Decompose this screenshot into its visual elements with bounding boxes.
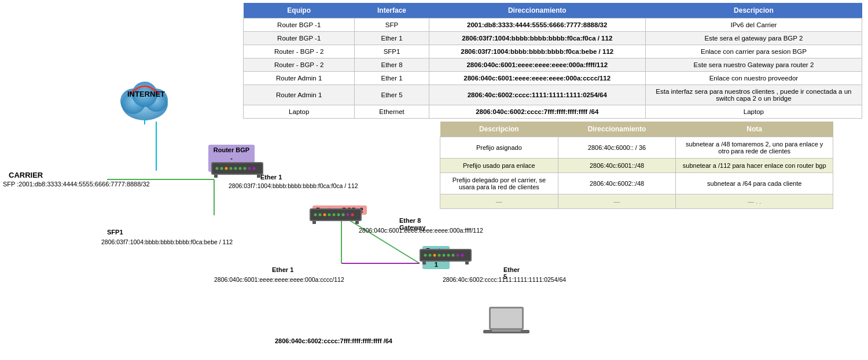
svg-rect-53	[491, 308, 522, 328]
svg-point-45	[443, 254, 446, 257]
cell-direccionamiento-4: 2806:040c:6001:eeee:eeee:eeee:000a:cccc/…	[429, 72, 645, 85]
svg-rect-50	[422, 262, 426, 265]
cell-descripcion-2: Enlace con carrier para sesion BGP	[645, 45, 862, 58]
cell-descripcion-6: Laptop	[645, 105, 862, 119]
cell-direccionamiento-5: 2806:40c:6002:cccc:1111:1111:1111:0254/6…	[429, 85, 645, 105]
sub-table: Descripcion Direccionamiento Nota Prefij…	[440, 122, 833, 209]
sub-table-row: ——— . .	[440, 194, 833, 209]
router-admin1-icon	[420, 246, 472, 266]
sub-table-section: Descripcion Direccionamiento Nota Prefij…	[440, 122, 833, 209]
col-header-desc: Descripcion	[645, 3, 862, 19]
diagram-section: INTERNET CARRIER SFP :2001:db8:3333:4444…	[0, 0, 440, 360]
sub-cell-desc-1: Prefijo usado para enlace	[440, 159, 558, 173]
cell-descripcion-5: Esta interfaz sera para nuestros cliente…	[645, 85, 862, 105]
router-bgp2-icon	[310, 205, 362, 226]
svg-point-47	[452, 254, 455, 257]
svg-point-36	[351, 214, 354, 216]
svg-point-20	[239, 167, 242, 170]
sub-cell-dir-3: —	[558, 194, 676, 209]
svg-point-35	[347, 214, 350, 216]
col-header-dir: Direccionamiento	[429, 3, 645, 19]
sub-table-row: Prefijo usado para enlace2806:40c:6001::…	[440, 159, 833, 173]
router-bgp1	[211, 159, 263, 181]
cell-direccionamiento-0: 2001:db8:3333:4444:5555:6666:7777:8888/3…	[429, 19, 645, 32]
svg-point-33	[337, 214, 340, 216]
cell-direccionamiento-2: 2806:03f7:1004:bbbb:bbbb:bbbb:f0ca:bebe …	[429, 45, 645, 58]
ether1-bgp1-label: Ether 1	[260, 174, 282, 181]
svg-point-46	[447, 254, 450, 257]
svg-point-49	[461, 254, 464, 257]
sub-cell-nota-2: subnetear a /64 para cada cliente	[676, 173, 833, 194]
svg-rect-24	[214, 175, 218, 178]
sub-cell-nota-0: subnetear a /48 tomaremos 2, uno para en…	[676, 137, 833, 159]
svg-point-31	[328, 214, 331, 216]
sub-table-row: Prefijo asignado2806:40c:6000:: / 36subn…	[440, 137, 833, 159]
sub-col-header-dir: Direccionamiento	[558, 122, 676, 137]
svg-point-43	[433, 254, 436, 257]
internet-cloud	[113, 72, 188, 126]
internet-label: INTERNET	[127, 90, 165, 98]
sub-table-row: Prefijo delegado por el carrier, se usar…	[440, 173, 833, 194]
ether5-addr: 2806:40c:6002:cccc:1111:1111:1111:0254/6…	[443, 276, 566, 283]
sub-cell-dir-0: 2806:40c:6000:: / 36	[558, 137, 676, 159]
svg-point-21	[244, 167, 247, 170]
sub-cell-desc-2: Prefijo delegado por el carrier, se usar…	[440, 173, 558, 194]
sub-cell-dir-1: 2806:40c:6001::/48	[558, 159, 676, 173]
svg-rect-51	[465, 262, 469, 265]
sfp1-label: SFP1	[107, 229, 123, 236]
sub-cell-desc-3: —	[440, 194, 558, 209]
carrier-label: CARRIER	[9, 171, 43, 179]
svg-point-32	[333, 214, 336, 216]
svg-point-41	[424, 254, 427, 257]
sub-cell-desc-0: Prefijo asignado	[440, 137, 558, 159]
router-admin1	[420, 246, 472, 268]
sfp1-addr: 2806:03f7:1004:bbbb:bbbb:bbbb:f0ca:bebe …	[101, 238, 233, 245]
svg-point-28	[314, 214, 317, 216]
carrier-addr: SFP :2001:db8:3333:4444:5555:6666:7777:8…	[3, 181, 150, 188]
svg-point-29	[319, 214, 322, 216]
cell-direccionamiento-1: 2806:03f7:1004:bbbb:bbbb:bbbb:f0ca:f0ca …	[429, 32, 645, 45]
svg-point-42	[429, 254, 432, 257]
svg-point-18	[230, 167, 233, 170]
svg-rect-37	[312, 221, 316, 224]
sub-col-header-nota: Nota	[676, 122, 833, 137]
svg-point-22	[248, 167, 251, 170]
svg-point-44	[438, 254, 441, 257]
laptop-addr: 2806:040c:6002:cccc:7fff:ffff:ffff:ffff …	[275, 337, 392, 344]
laptop-svg	[483, 307, 529, 344]
svg-point-15	[216, 167, 219, 170]
sub-col-header-desc: Descripcion	[440, 122, 558, 137]
ether8-addr: 2806:040c:6001:eeee:eeee:eeee:000a:ffff/…	[359, 227, 483, 234]
cell-descripcion-4: Enlace con nuestro proveedor	[645, 72, 862, 85]
cloud-icon	[113, 72, 188, 124]
svg-point-16	[220, 167, 223, 170]
cell-direccionamiento-6: 2806:040c:6002:cccc:7fff:ffff:ffff:ffff …	[429, 105, 645, 119]
svg-rect-38	[355, 221, 359, 224]
sub-cell-nota-1: subnetear a /112 para hacer enlace con r…	[676, 159, 833, 173]
svg-point-48	[457, 254, 459, 257]
svg-point-17	[225, 167, 228, 170]
cell-descripcion-1: Este sera el gateway para BGP 2	[645, 32, 862, 45]
cell-descripcion-3: Este sera nuestro Gateway para router 2	[645, 58, 862, 72]
router-bgp1-icon	[211, 159, 263, 179]
svg-point-30	[323, 214, 326, 216]
svg-point-34	[342, 214, 345, 216]
cell-direccionamiento-3: 2806:040c:6001:eeee:eeee:eeee:000a:ffff/…	[429, 58, 645, 72]
ether1-bgp1-addr: 2806:03f7:1004:bbbb:bbbb:bbbb:f0ca:f0ca …	[229, 182, 358, 189]
router-bgp2	[310, 205, 362, 227]
cell-descripcion-0: IPv6 del Carrier	[645, 19, 862, 32]
ether1-admin-label: Ether 1	[272, 266, 293, 273]
svg-point-23	[253, 167, 256, 170]
svg-rect-55	[492, 330, 521, 332]
ether1-admin-addr: 2806:040c:6001:eeee:eeee:eeee:000a:cccc/…	[214, 276, 344, 283]
svg-point-19	[234, 167, 237, 170]
sub-cell-nota-3: — . .	[676, 194, 833, 209]
laptop-icon	[483, 307, 529, 346]
sub-cell-dir-2: 2806:40c:6002::/48	[558, 173, 676, 194]
